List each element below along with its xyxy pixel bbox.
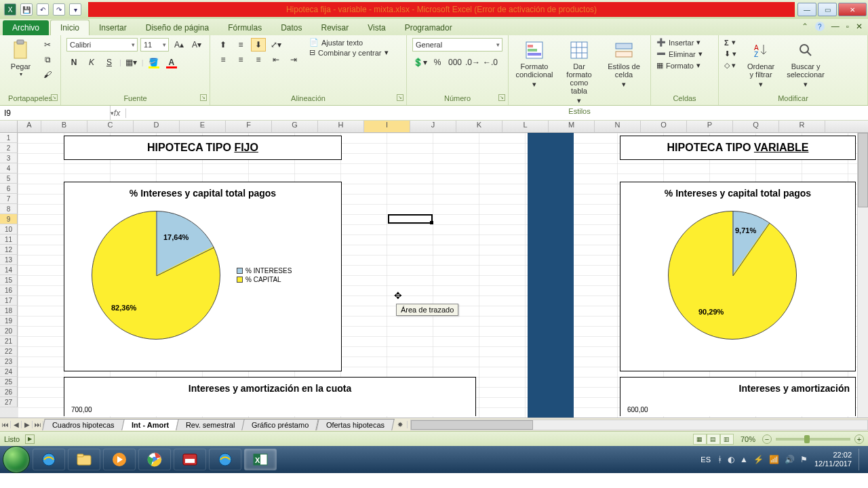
format-cells-button[interactable]: ▦Formato ▾ (656, 61, 703, 70)
comma-icon[interactable]: 000 (448, 56, 462, 69)
row-header[interactable]: 27 (0, 397, 18, 407)
copy-icon[interactable]: ⧉ (40, 53, 55, 66)
row-header[interactable]: 18 (0, 306, 18, 316)
taskbar-mediaplayer-icon[interactable] (103, 449, 136, 470)
increase-decimal-icon[interactable]: .0→ (465, 56, 480, 69)
find-select-button[interactable]: Buscar y seleccionar▾ (785, 38, 826, 89)
language-indicator[interactable]: ES (701, 455, 711, 464)
view-pagebreak-icon[interactable]: ▥ (720, 434, 734, 445)
underline-button[interactable]: S (102, 56, 117, 69)
dialog-launcher-icon[interactable]: ↘ (397, 94, 403, 101)
col-header[interactable]: I (364, 121, 410, 132)
row-header[interactable]: 12 (0, 245, 18, 255)
align-middle-icon[interactable]: ≡ (233, 38, 248, 52)
active-cell[interactable] (388, 214, 433, 224)
minimize-ribbon-icon[interactable]: ⌃ (802, 22, 808, 31)
pie-chart-variable[interactable]: % Intereses y capital total pagos 9,71% … (620, 182, 856, 371)
select-all-corner[interactable] (0, 121, 18, 132)
col-header[interactable]: F (226, 121, 272, 132)
minimize-button[interactable]: — (797, 3, 816, 16)
col-header[interactable]: M (549, 121, 595, 132)
col-header[interactable]: G (272, 121, 318, 132)
row-header[interactable]: 19 (0, 316, 18, 326)
show-desktop-button[interactable] (859, 449, 865, 470)
clear-button[interactable]: ◇ ▾ (724, 61, 736, 70)
col-header[interactable]: H (318, 121, 364, 132)
wrap-text-button[interactable]: 📄Ajustar texto (309, 38, 389, 47)
orientation-icon[interactable]: ⤢▾ (269, 38, 283, 52)
row-header[interactable]: 22 (0, 346, 18, 357)
col-header[interactable]: E (180, 121, 226, 132)
redo-icon[interactable]: ↷ (53, 3, 65, 16)
save-icon[interactable]: 💾 (20, 3, 33, 16)
col-header[interactable]: R (779, 121, 825, 132)
spreadsheet-grid[interactable]: ABCDEFGHIJKLMNOPQR 123456789101112131415… (0, 121, 868, 431)
tab-nav-prev-icon[interactable]: ◀ (11, 421, 22, 428)
taskbar-ie2-icon[interactable] (209, 449, 241, 470)
grow-font-icon[interactable]: A▴ (172, 38, 186, 52)
font-size-combo[interactable]: 11 (140, 38, 169, 52)
row-header[interactable]: 8 (0, 204, 18, 214)
currency-icon[interactable]: 💲▾ (412, 56, 427, 69)
row-header[interactable]: 4 (0, 163, 18, 174)
row-header[interactable]: 17 (0, 296, 18, 306)
col-header[interactable]: K (456, 121, 502, 132)
row-header[interactable]: 5 (0, 174, 18, 184)
taskbar-explorer-icon[interactable] (68, 449, 100, 470)
row-header[interactable]: 24 (0, 367, 18, 377)
taskbar-excel-icon[interactable]: X (244, 449, 277, 470)
row-header[interactable]: 20 (0, 326, 18, 336)
row-header[interactable]: 11 (0, 235, 18, 245)
tab-revisar[interactable]: Revisar (312, 20, 359, 35)
row-header[interactable]: 1 (0, 133, 18, 143)
row-header[interactable]: 7 (0, 194, 18, 204)
bluetooth-icon[interactable]: ᚼ (717, 455, 722, 464)
col-header[interactable]: P (687, 121, 733, 132)
col-header[interactable]: N (595, 121, 641, 132)
help-icon[interactable]: ? (815, 22, 825, 31)
align-center-icon[interactable]: ≡ (233, 53, 248, 66)
row-header[interactable]: 3 (0, 153, 18, 163)
align-left-icon[interactable]: ≡ (216, 53, 231, 66)
row-header[interactable]: 14 (0, 265, 18, 275)
row-header[interactable]: 10 (0, 224, 18, 235)
format-painter-icon[interactable]: 🖌 (40, 68, 55, 81)
tab-programador[interactable]: Programador (395, 20, 462, 35)
pie-chart-fijo[interactable]: % Intereses y capital total pagos 17,64%… (64, 182, 342, 371)
percent-icon[interactable]: % (430, 56, 445, 69)
taskbar-chrome-icon[interactable] (138, 449, 171, 470)
sheet-tab[interactable]: Rev. semestral (176, 419, 245, 430)
col-header[interactable]: C (87, 121, 134, 132)
tab-vista[interactable]: Vista (358, 20, 395, 35)
bold-button[interactable]: N (66, 56, 81, 69)
sheet-tab[interactable]: Cuadros hipotecas (42, 419, 124, 430)
formula-input[interactable] (126, 108, 868, 118)
workbook-restore-icon[interactable]: ▫ (846, 22, 849, 31)
col-header[interactable]: Q (733, 121, 779, 132)
indent-decrease-icon[interactable]: ⇤ (269, 53, 283, 66)
tab-nav-last-icon[interactable]: ⏭ (33, 421, 43, 428)
row-header[interactable]: 25 (0, 377, 18, 387)
undo-icon[interactable]: ↶ (37, 3, 49, 16)
col-header[interactable]: L (502, 121, 549, 132)
dialog-launcher-icon[interactable]: ↘ (498, 94, 505, 101)
fill-color-icon[interactable]: 🪣 (146, 56, 161, 69)
zoom-out-icon[interactable]: − (762, 434, 772, 444)
flag-icon[interactable]: ⚑ (800, 455, 808, 464)
fill-button[interactable]: ⬇ ▾ (724, 49, 736, 58)
row-header[interactable]: 13 (0, 255, 18, 265)
row-header[interactable]: 23 (0, 357, 18, 367)
tray-icon[interactable]: ▲ (740, 455, 748, 464)
tab-insertar[interactable]: Insertar (90, 20, 136, 35)
conditional-format-button[interactable]: Formato condicional▾ (514, 38, 555, 89)
sheet-tab[interactable]: Ofertas hipotecas (316, 419, 395, 430)
vertical-scrollbar[interactable] (857, 133, 868, 418)
view-layout-icon[interactable]: ▤ (707, 434, 720, 445)
align-top-icon[interactable]: ⬆ (216, 38, 231, 52)
delete-cells-button[interactable]: ➖Eliminar ▾ (656, 49, 703, 58)
dialog-launcher-icon[interactable]: ↘ (51, 94, 58, 101)
macro-record-icon[interactable]: ▶ (25, 434, 35, 444)
row-header[interactable]: 26 (0, 387, 18, 397)
sort-filter-button[interactable]: AZ Ordenar y filtrar▾ (741, 38, 781, 89)
col-header[interactable]: O (641, 121, 687, 132)
